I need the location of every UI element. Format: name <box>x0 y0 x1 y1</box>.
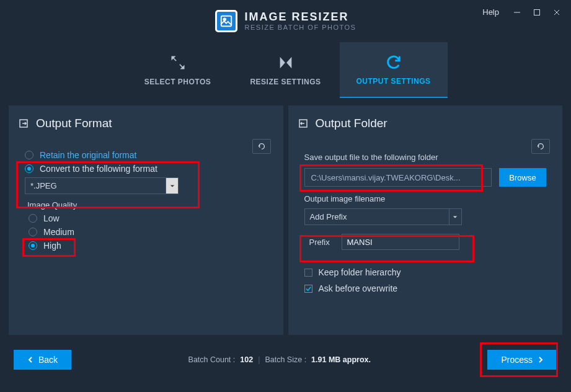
select-value: Add Prefix <box>305 209 449 225</box>
app-logo <box>215 10 237 32</box>
prefix-input[interactable] <box>342 234 459 250</box>
browse-button[interactable]: Browse <box>499 168 546 187</box>
prefix-label: Prefix <box>309 238 334 247</box>
expand-arrows-icon <box>169 54 187 71</box>
filename-label: Output image filename <box>304 194 547 203</box>
radio-label: Convert to the following format <box>40 164 157 174</box>
batch-info: Batch Count : 102 | Batch Size : 1.91 MB… <box>188 355 371 364</box>
reset-format-button[interactable] <box>252 139 271 154</box>
chevron-left-icon <box>27 357 33 363</box>
back-button[interactable]: Back <box>14 350 71 370</box>
chevron-right-icon <box>538 357 544 363</box>
output-path-field[interactable]: C:\Users\mansi.vijay.TWEAKORG\Desk... <box>304 168 492 187</box>
radio-icon <box>25 151 33 159</box>
radio-label: Low <box>43 213 60 223</box>
button-label: Process <box>501 355 533 365</box>
help-label: Help <box>482 7 499 17</box>
radio-quality-medium[interactable]: Medium <box>29 227 267 237</box>
tab-label: SELECT PHOTOS <box>144 78 211 86</box>
output-format-panel: Output Format Retain the original format… <box>9 105 283 335</box>
batch-count-label: Batch Count : <box>188 355 236 364</box>
svg-rect-2 <box>534 9 540 15</box>
tab-select-photos[interactable]: SELECT PHOTOS <box>124 42 232 98</box>
undo-icon <box>257 142 266 151</box>
radio-icon <box>29 214 37 223</box>
checkbox-keep-hierarchy[interactable]: Keep folder hierarchy <box>304 267 547 277</box>
save-path-label: Save output file to the following folder <box>304 153 547 162</box>
tab-output-settings[interactable]: OUTPUT SETTINGS <box>340 42 448 98</box>
divider: | <box>258 355 260 364</box>
button-label: Back <box>38 355 58 365</box>
batch-size-label: Batch Size : <box>265 355 306 364</box>
radio-icon <box>29 241 37 250</box>
close-button[interactable] <box>549 6 565 19</box>
app-title: IMAGE RESIZER <box>245 11 356 24</box>
process-button[interactable]: Process <box>487 350 557 370</box>
quality-label: Image Quality <box>27 200 267 210</box>
svg-rect-0 <box>221 16 231 27</box>
chevron-down-icon <box>166 178 178 194</box>
panel-title: Output Format <box>36 117 112 130</box>
svg-point-1 <box>223 18 226 20</box>
radio-label: Retain the original format <box>40 150 136 160</box>
radio-icon <box>25 164 33 173</box>
maximize-button[interactable] <box>529 6 545 19</box>
tab-label: OUTPUT SETTINGS <box>356 77 430 86</box>
export-icon <box>19 118 29 128</box>
checkbox-ask-overwrite[interactable]: Ask before overwrite <box>304 283 547 293</box>
batch-size-value: 1.91 MB approx. <box>311 355 371 364</box>
help-menu[interactable]: Help <box>479 5 505 19</box>
undo-icon <box>536 142 545 151</box>
batch-count-value: 102 <box>240 355 253 364</box>
radio-label: Medium <box>43 227 74 237</box>
tab-resize-settings[interactable]: RESIZE SETTINGS <box>232 42 340 98</box>
app-subtitle: RESIZE BATCH OF PHOTOS <box>245 24 356 31</box>
radio-retain-format[interactable]: Retain the original format <box>25 150 267 160</box>
select-value: *.JPEG <box>25 178 166 194</box>
format-select[interactable]: *.JPEG <box>25 177 179 194</box>
import-icon <box>298 118 308 128</box>
checkbox-label: Ask before overwrite <box>319 283 398 293</box>
flip-icon <box>277 54 294 71</box>
tab-label: RESIZE SETTINGS <box>250 78 321 86</box>
chevron-down-icon <box>449 209 461 225</box>
reset-folder-button[interactable] <box>531 139 550 154</box>
output-folder-panel: Output Folder Save output file to the fo… <box>288 105 563 335</box>
checkbox-icon <box>304 269 312 277</box>
radio-icon <box>29 228 37 236</box>
radio-quality-low[interactable]: Low <box>29 213 267 223</box>
radio-label: High <box>43 241 61 251</box>
radio-quality-high[interactable]: High <box>29 241 267 251</box>
checkbox-label: Keep folder hierarchy <box>319 267 401 277</box>
minimize-button[interactable] <box>509 6 525 19</box>
checkbox-icon <box>304 285 312 293</box>
radio-convert-format[interactable]: Convert to the following format <box>25 164 267 174</box>
filename-mode-select[interactable]: Add Prefix <box>304 208 462 225</box>
panel-title: Output Folder <box>316 117 387 130</box>
refresh-icon <box>385 53 402 71</box>
